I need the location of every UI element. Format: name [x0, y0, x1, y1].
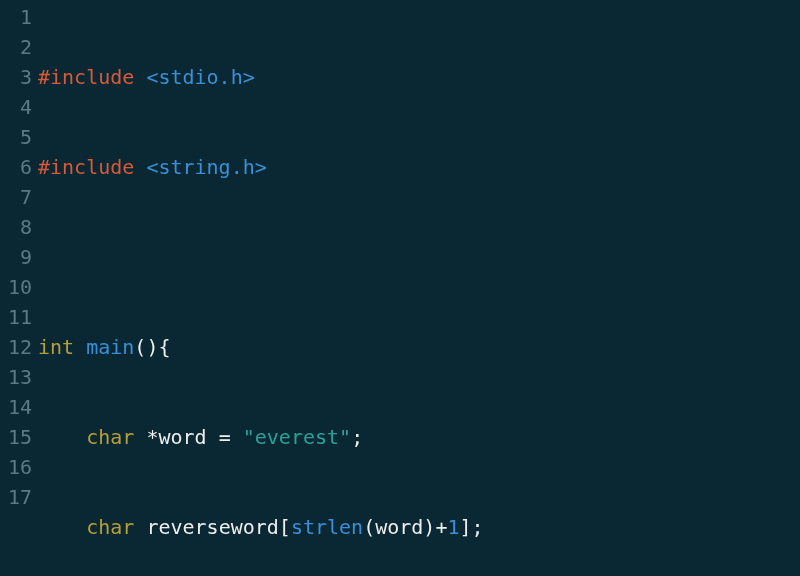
- code-area[interactable]: #include <stdio.h> #include <string.h> i…: [38, 2, 800, 576]
- line-number-gutter: 1 2 3 4 5 6 7 8 9 10 11 12 13 14 15 16 1…: [0, 2, 38, 576]
- code-line[interactable]: char *word = "everest";: [38, 422, 800, 452]
- line-number: 12: [0, 332, 32, 362]
- line-number: 1: [0, 2, 32, 32]
- line-number: 9: [0, 242, 32, 272]
- line-number: 16: [0, 452, 32, 482]
- line-number: 17: [0, 482, 32, 512]
- code-line[interactable]: char reverseword[strlen(word)+1];: [38, 512, 800, 542]
- code-editor[interactable]: 1 2 3 4 5 6 7 8 9 10 11 12 13 14 15 16 1…: [0, 0, 800, 576]
- code-line[interactable]: #include <stdio.h>: [38, 62, 800, 92]
- code-line[interactable]: int main(){: [38, 332, 800, 362]
- line-number: 5: [0, 122, 32, 152]
- line-number: 14: [0, 392, 32, 422]
- line-number: 4: [0, 92, 32, 122]
- code-line[interactable]: #include <string.h>: [38, 152, 800, 182]
- line-number: 7: [0, 182, 32, 212]
- line-number: 13: [0, 362, 32, 392]
- line-number: 15: [0, 422, 32, 452]
- line-number: 2: [0, 32, 32, 62]
- line-number: 8: [0, 212, 32, 242]
- line-number: 3: [0, 62, 32, 92]
- line-number: 6: [0, 152, 32, 182]
- code-line[interactable]: [38, 242, 800, 272]
- line-number: 11: [0, 302, 32, 332]
- line-number: 10: [0, 272, 32, 302]
